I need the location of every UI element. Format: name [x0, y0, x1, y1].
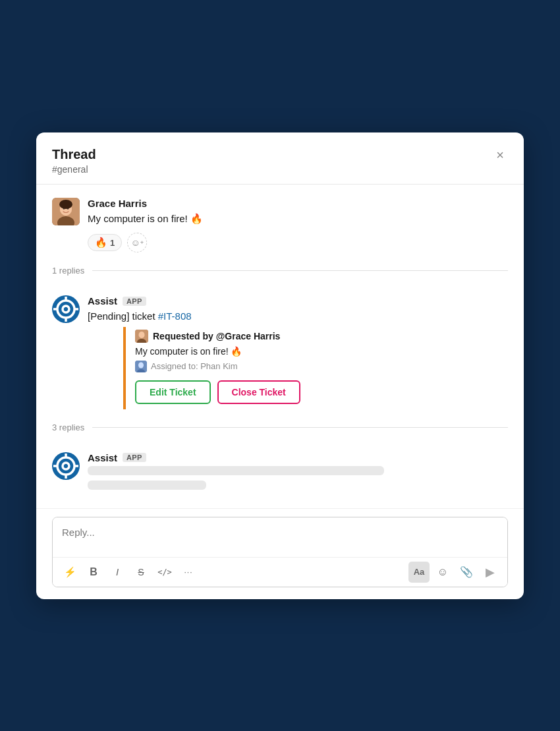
close-button[interactable]: ×	[492, 147, 508, 163]
italic-icon: I	[116, 566, 119, 577]
ticket-card: Requested by @Grace Harris My computer i…	[123, 327, 508, 409]
emoji-button[interactable]: ☺	[432, 562, 453, 583]
requester-avatar	[135, 330, 148, 343]
code-button[interactable]: </>	[154, 562, 175, 583]
assist-2-header: Assist APP	[88, 452, 508, 463]
emoji-icon: ☺	[437, 566, 448, 578]
send-button[interactable]: ▶	[480, 562, 501, 583]
modal-body: Grace Harris My computer is on fire! 🔥 🔥…	[36, 185, 524, 599]
bold-button[interactable]: B	[83, 562, 104, 583]
replies-count-1: 1 replies	[52, 266, 84, 276]
assist-1-header: Assist APP	[88, 295, 508, 307]
grace-avatar-svg	[52, 198, 80, 225]
replies-divider-2: 3 replies	[36, 416, 524, 439]
attach-icon: 📎	[460, 566, 473, 578]
bolt-icon: ⚡	[64, 566, 76, 578]
more-button[interactable]: ···	[178, 562, 199, 583]
bold-icon: B	[90, 566, 98, 578]
title-group: Thread #general	[52, 147, 96, 175]
text-style-button[interactable]: Aa	[408, 562, 430, 583]
reply-input[interactable]	[53, 517, 507, 554]
fire-emoji: 🔥	[95, 237, 107, 249]
text-style-icon: Aa	[414, 567, 425, 577]
skeleton-line-2	[88, 481, 206, 490]
strikethrough-icon: S	[138, 567, 144, 577]
ticket-assigned-row: Assigned to: Phan Kim	[135, 361, 508, 372]
edit-ticket-button[interactable]: Edit Ticket	[135, 380, 211, 404]
assist-2-icon-svg	[52, 452, 80, 480]
thread-modal: Thread #general ×	[36, 132, 524, 599]
attach-button[interactable]: 📎	[456, 562, 477, 583]
modal-title: Thread	[52, 147, 96, 162]
ticket-actions: Edit Ticket Close Ticket	[135, 380, 508, 404]
divider-line-2	[92, 427, 508, 428]
grace-message-section: Grace Harris My computer is on fire! 🔥 🔥…	[36, 185, 524, 260]
pending-prefix: [Pending] ticket	[88, 310, 158, 322]
assist-1-avatar	[52, 295, 80, 323]
grace-text: My computer is on fire! 🔥	[88, 212, 508, 227]
assigned-avatar	[135, 361, 147, 372]
assist-2-name: Assist	[88, 452, 117, 463]
more-icon: ···	[184, 568, 192, 577]
assist-1-text: [Pending] ticket #IT-808	[88, 309, 508, 324]
assist-2-badge: APP	[123, 453, 146, 462]
bolt-button[interactable]: ⚡	[59, 562, 80, 583]
svg-point-6	[59, 200, 72, 209]
assist-1-content: Assist APP [Pending] ticket #IT-808	[88, 295, 508, 409]
assist-1-badge: APP	[123, 297, 146, 306]
assist-2-section: Assist APP	[36, 439, 524, 502]
ticket-requested-row: Requested by @Grace Harris	[135, 330, 508, 343]
ticket-link[interactable]: #IT-808	[158, 310, 192, 322]
assist-icon-svg	[52, 295, 80, 323]
skeleton-line-1	[88, 466, 384, 475]
reply-box: ⚡ B I S </> ···	[52, 517, 508, 587]
grace-name: Grace Harris	[88, 198, 147, 209]
ticket-requested-by: Requested by @Grace Harris	[153, 331, 280, 341]
send-icon: ▶	[486, 565, 495, 579]
assist-2-avatar	[52, 452, 80, 480]
fire-reaction[interactable]: 🔥 1	[88, 234, 122, 251]
svg-point-15	[139, 332, 145, 338]
modal-subtitle: #general	[52, 164, 96, 175]
reaction-count: 1	[110, 238, 115, 248]
ticket-message: My computer is on fire! 🔥	[135, 346, 508, 357]
grace-reactions: 🔥 1 ☺+	[88, 233, 508, 252]
divider-line-1	[92, 270, 508, 271]
replies-count-2: 3 replies	[52, 423, 84, 432]
svg-point-18	[138, 362, 144, 368]
grace-message-content: Grace Harris My computer is on fire! 🔥 🔥…	[88, 198, 508, 253]
add-reaction-button[interactable]: ☺+	[127, 233, 147, 252]
modal-header: Thread #general ×	[36, 132, 524, 185]
assist-1-name: Assist	[88, 295, 117, 307]
close-ticket-button[interactable]: Close Ticket	[217, 380, 300, 404]
grace-avatar	[52, 198, 80, 225]
italic-button[interactable]: I	[107, 562, 128, 583]
reply-box-section: ⚡ B I S </> ···	[36, 508, 524, 599]
assist-2-row: Assist APP	[52, 452, 508, 495]
grace-header-row: Grace Harris	[88, 198, 508, 209]
assigned-avatar-svg	[135, 361, 147, 372]
strikethrough-button[interactable]: S	[130, 562, 152, 583]
assist-1-section: Assist APP [Pending] ticket #IT-808	[36, 282, 524, 416]
ticket-assigned: Assigned to: Phan Kim	[151, 361, 238, 371]
assist-2-content: Assist APP	[88, 452, 508, 495]
code-icon: </>	[157, 568, 172, 577]
grace-message-row: Grace Harris My computer is on fire! 🔥 🔥…	[52, 198, 508, 253]
reply-toolbar: ⚡ B I S </> ···	[53, 557, 507, 587]
assist-1-row: Assist APP [Pending] ticket #IT-808	[52, 295, 508, 409]
replies-divider-1: 1 replies	[36, 259, 524, 282]
requester-avatar-svg	[135, 330, 148, 343]
